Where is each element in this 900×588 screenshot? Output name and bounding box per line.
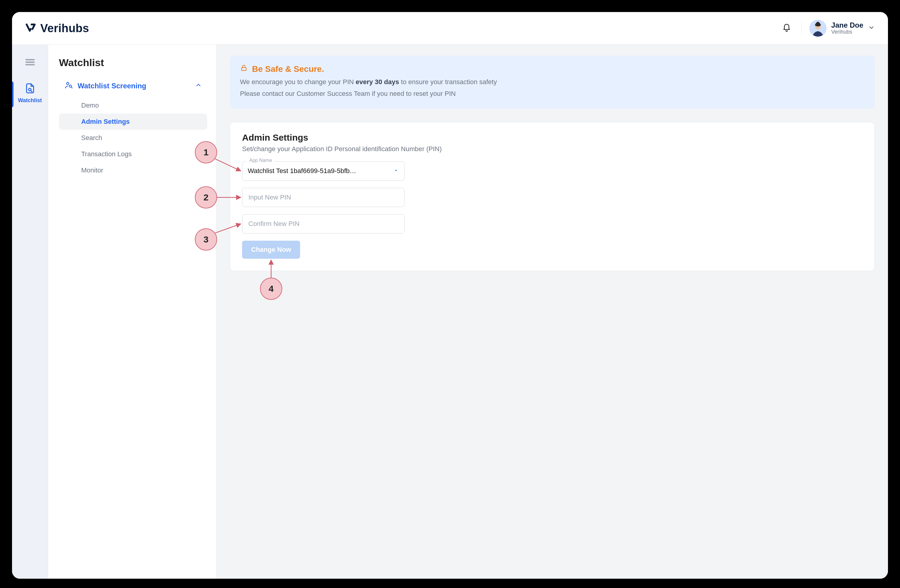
svg-rect-11 — [242, 68, 246, 71]
bell-icon — [782, 29, 791, 33]
menu-toggle-button[interactable] — [21, 53, 39, 72]
change-now-button[interactable]: Change Now — [242, 241, 300, 259]
security-notice-title-text: Be Safe & Secure. — [252, 64, 324, 74]
app-name-select[interactable]: Watchlist Test 1baf6699-51a9-5bfb… — [242, 161, 405, 181]
app-name-value: Watchlist Test 1baf6699-51a9-5bfb… — [248, 167, 356, 175]
svg-line-10 — [71, 87, 73, 88]
rail-active-indicator — [12, 81, 14, 107]
nav-rail: Watchlist — [12, 45, 48, 579]
change-now-label: Change Now — [251, 246, 291, 254]
shell: Watchlist Watchlist Watchlist Screeni — [12, 45, 888, 579]
confirm-pin-input-wrapper — [242, 214, 405, 234]
security-notice-line-1: We encourage you to change your PIN ever… — [240, 77, 864, 87]
topbar-right: Jane Doe Verihubs — [780, 20, 875, 37]
new-pin-input-wrapper — [242, 188, 405, 207]
sidebar-group-watchlist-screening[interactable]: Watchlist Screening — [59, 76, 207, 96]
security-notice: Be Safe & Secure. We encourage you to ch… — [230, 56, 875, 109]
security-notice-line1-post: to ensure your transaction safety — [401, 78, 497, 86]
lock-icon — [240, 64, 248, 74]
brand-name: Verihubs — [40, 22, 89, 35]
sidebar-item-demo[interactable]: Demo — [59, 97, 207, 114]
sidebar-item-label: Demo — [81, 102, 99, 109]
sidebar-item-search[interactable]: Search — [59, 130, 207, 146]
sidebar-group-label: Watchlist Screening — [78, 82, 146, 90]
svg-line-7 — [31, 91, 32, 92]
sidebar-item-label: Monitor — [81, 166, 103, 174]
app-name-label: App Name — [247, 158, 275, 163]
chevron-up-icon — [195, 82, 202, 90]
profile-text: Jane Doe Verihubs — [831, 21, 863, 35]
security-notice-title: Be Safe & Secure. — [240, 64, 864, 74]
sidebar-item-label: Admin Settings — [81, 118, 130, 125]
profile-company: Verihubs — [831, 29, 863, 35]
profile-menu[interactable]: Jane Doe Verihubs — [810, 20, 875, 37]
sidebar-item-label: Transaction Logs — [81, 150, 132, 158]
security-notice-line1-pre: We encourage you to change your PIN — [240, 78, 356, 86]
document-search-icon — [24, 82, 36, 96]
main: Be Safe & Secure. We encourage you to ch… — [217, 45, 888, 579]
app-name-field: App Name Watchlist Test 1baf6699-51a9-5b… — [242, 161, 405, 181]
people-search-icon — [64, 80, 73, 91]
sidebar-title: Watchlist — [59, 57, 216, 68]
rail-item-label: Watchlist — [18, 97, 42, 104]
avatar — [810, 20, 826, 37]
admin-settings-card: Admin Settings Set/change your Applicati… — [230, 122, 875, 271]
sidebar-item-transaction-logs[interactable]: Transaction Logs — [59, 146, 207, 162]
profile-name: Jane Doe — [831, 21, 863, 29]
confirm-pin-input[interactable] — [248, 220, 399, 228]
rail-item-watchlist[interactable]: Watchlist — [18, 80, 42, 106]
new-pin-input[interactable] — [248, 193, 399, 202]
hamburger-icon — [24, 65, 36, 69]
confirm-pin-field — [242, 214, 405, 234]
svg-point-8 — [67, 82, 69, 85]
admin-title: Admin Settings — [242, 133, 863, 143]
admin-subtitle: Set/change your Application ID Personal … — [242, 145, 863, 153]
notifications-button[interactable] — [780, 21, 794, 36]
topbar: Verihubs — [12, 12, 888, 45]
vertical-divider — [801, 22, 802, 34]
sidebar: Watchlist Watchlist Screening — [48, 45, 217, 579]
sidebar-list: Demo Admin Settings Search Transaction L… — [59, 97, 216, 178]
caret-down-icon — [393, 167, 399, 175]
sidebar-item-monitor[interactable]: Monitor — [59, 162, 207, 178]
sidebar-item-admin-settings[interactable]: Admin Settings — [59, 114, 207, 130]
security-notice-line1-em: every 30 days — [356, 78, 399, 86]
brand: Verihubs — [25, 22, 89, 35]
new-pin-field — [242, 188, 405, 207]
security-notice-line-2: Please contact our Customer Success Team… — [240, 89, 864, 99]
brand-logo-icon — [25, 22, 36, 34]
app-window: Verihubs — [12, 12, 888, 579]
chevron-down-icon — [868, 24, 875, 32]
sidebar-item-label: Search — [81, 134, 102, 141]
